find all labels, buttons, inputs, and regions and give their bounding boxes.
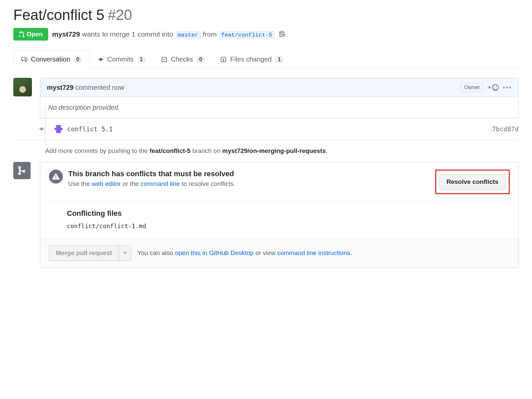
merge-panel: This branch has conflicts that must be r… bbox=[40, 162, 519, 268]
comment-time: now bbox=[112, 84, 124, 91]
commit-sha[interactable]: 7bcd87d bbox=[492, 125, 519, 133]
owner-badge: Owner bbox=[461, 83, 483, 92]
resolve-highlight: Resolve conflicts bbox=[435, 170, 510, 194]
divider bbox=[13, 140, 519, 140]
timeline-commit: conflict 5.1 7bcd87d bbox=[39, 125, 519, 133]
merge-pr-dropdown[interactable] bbox=[119, 245, 131, 261]
pr-header: Feat/conflict 5 #20 bbox=[13, 7, 519, 23]
avatar[interactable] bbox=[13, 78, 32, 96]
tab-files-count: 1 bbox=[275, 56, 284, 63]
pr-title: Feat/conflict 5 bbox=[13, 7, 104, 23]
merge-description: myst729 wants to merge 1 commit into mas… bbox=[52, 30, 275, 38]
tab-checks-count: 0 bbox=[196, 56, 205, 63]
triangle-down-icon bbox=[123, 251, 127, 255]
cli-instructions-link[interactable]: command line instructions bbox=[277, 249, 350, 256]
timeline-line bbox=[45, 106, 46, 145]
push-hint: Add more commits by pushing to the feat/… bbox=[45, 147, 519, 155]
tab-conversation-count: 0 bbox=[73, 56, 82, 63]
merge-footer: Merge pull request You can also open thi… bbox=[40, 238, 518, 268]
open-desktop-link[interactable]: open this in GitHub Desktop bbox=[175, 249, 254, 256]
tab-files[interactable]: Files changed 1 bbox=[212, 51, 291, 68]
pr-author[interactable]: myst729 bbox=[52, 30, 80, 38]
tab-checks-label: Checks bbox=[171, 56, 193, 63]
comment-header: myst729 commented now Owner + ••• bbox=[40, 78, 518, 97]
base-branch[interactable]: master bbox=[175, 31, 201, 39]
alert-icon bbox=[49, 170, 63, 184]
pr-status-row: Open myst729 wants to merge 1 commit int… bbox=[13, 28, 519, 41]
tab-checks[interactable]: Checks 0 bbox=[153, 51, 213, 68]
conflicting-files-heading: Conflicting files bbox=[67, 209, 510, 218]
commit-icon bbox=[39, 126, 45, 132]
web-editor-link[interactable]: web editor bbox=[92, 180, 121, 187]
conflict-desc: Use the web editor or the command line t… bbox=[68, 180, 235, 188]
conflicting-file: conflict/conflict-1.md bbox=[67, 222, 510, 229]
tab-commits[interactable]: Commits 1 bbox=[90, 51, 153, 68]
resolve-conflicts-button[interactable]: Resolve conflicts bbox=[440, 174, 505, 190]
kebab-menu-icon[interactable]: ••• bbox=[503, 84, 512, 91]
comment-body: No description provided. bbox=[40, 97, 518, 118]
pr-number: #20 bbox=[108, 7, 132, 23]
copy-branch-icon[interactable] bbox=[279, 30, 286, 39]
merge-block: This branch has conflicts that must be r… bbox=[13, 162, 519, 268]
tab-commits-label: Commits bbox=[107, 56, 134, 63]
merge-button-group: Merge pull request bbox=[49, 245, 131, 261]
comment-box: myst729 commented now Owner + ••• No des… bbox=[40, 78, 519, 118]
merge-pr-button[interactable]: Merge pull request bbox=[49, 245, 119, 261]
tab-conversation-label: Conversation bbox=[31, 56, 70, 63]
command-line-link[interactable]: command line bbox=[141, 180, 180, 187]
comment-author[interactable]: myst729 bbox=[47, 84, 73, 91]
state-badge: Open bbox=[13, 28, 48, 41]
tab-commits-count: 1 bbox=[137, 56, 146, 63]
commit-avatar[interactable] bbox=[55, 125, 63, 133]
git-pull-request-icon bbox=[19, 31, 25, 38]
add-reaction-button[interactable]: + bbox=[487, 84, 499, 91]
head-branch[interactable]: feat/conflict-5 bbox=[219, 31, 275, 39]
tab-files-label: Files changed bbox=[230, 56, 272, 63]
tab-conversation[interactable]: Conversation 0 bbox=[13, 51, 90, 68]
comment-block: myst729 commented now Owner + ••• No des… bbox=[13, 78, 519, 118]
pr-tabs: Conversation 0 Commits 1 Checks 0 Files … bbox=[13, 51, 519, 68]
git-merge-icon bbox=[13, 162, 31, 179]
conflict-heading: This branch has conflicts that must be r… bbox=[68, 170, 235, 178]
commit-message[interactable]: conflict 5.1 bbox=[67, 125, 492, 133]
state-label: Open bbox=[27, 31, 43, 38]
